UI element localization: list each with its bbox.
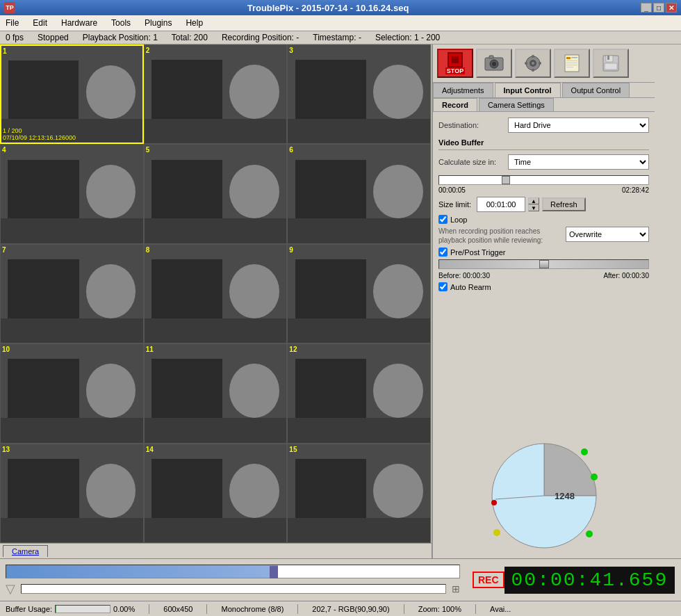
buffer-fill [56,606,56,613]
timeline-right: REC 00:00:41.659 [466,559,681,601]
overwrite-select[interactable]: Overwrite Stop Pause [566,227,649,242]
camera-button[interactable] [476,49,512,78]
menu-file[interactable]: File [3,17,22,29]
cell-1-timestamp: 1 / 20007/10/09 12:13:16.126000 [3,127,76,141]
tab-adjustments[interactable]: Adjustments [433,83,493,97]
trigger-thumb[interactable] [539,260,549,268]
toolbar: STOP [433,44,655,83]
video-cell-7[interactable]: 7 [0,244,144,343]
pre-post-label: Pre/Post Trigger [450,248,505,257]
video-cell-15[interactable]: 15 [287,444,431,543]
svg-point-26 [493,529,500,536]
total-display: Total: 200 [172,33,208,42]
menu-tools[interactable]: Tools [108,17,133,29]
save-icon [601,54,621,73]
selection-display: Selection: 1 - 200 [375,33,440,42]
svg-rect-16 [566,65,577,65]
minimize-button[interactable]: _ [641,3,652,13]
coordinates-display: 202,7 - RGB(90,90,90) [312,605,389,613]
tab-output-control[interactable]: Output Control [562,83,630,97]
timeline-container: ▽ ⊞ [6,565,460,597]
svg-point-10 [539,62,541,65]
maximize-button[interactable]: □ [653,3,664,13]
video-cell-2[interactable]: 2 [144,44,288,144]
pre-post-checkbox[interactable] [438,248,448,257]
menu-plugins[interactable]: Plugins [142,17,174,29]
fps-display: 0 fps [6,33,24,42]
destination-select[interactable]: Hard Drive Network RAM [508,117,649,133]
buffer-bar [55,605,110,613]
bottom-section: ▽ ⊞ REC 00:00:41.659 [0,558,681,601]
stop-button[interactable]: STOP [437,49,473,78]
size-limit-input[interactable] [477,197,525,212]
svg-point-9 [525,62,527,65]
zoom-display: Zoom: 100% [418,605,461,613]
video-cell-10[interactable]: 10 [0,343,144,443]
video-cell-11[interactable]: 11 [144,343,288,443]
size-limit-spinners: ▲ ▼ [528,197,539,211]
video-cell-4[interactable]: 4 [0,144,144,243]
video-cell-5[interactable]: 5 [144,144,288,243]
svg-rect-21 [605,63,617,70]
rec-time-display: 00:00:41.659 [504,567,675,594]
camera-tab[interactable]: Camera [3,545,48,557]
statusbar-bottom: Buffer Usage: 0.00% 600x450 Monochrome (… [0,601,681,616]
svg-rect-17 [566,67,573,67]
video-cell-1[interactable]: 1 1 / 20007/10/09 12:13:16.126000 [0,44,144,144]
sub-tab-camera-settings[interactable]: Camera Settings [479,98,554,111]
refresh-button[interactable]: Refresh [542,197,586,211]
calc-size-label: Calculate size in: [438,158,508,166]
loop-row: Loop [438,215,649,224]
buffer-slider-track[interactable] [438,175,649,185]
sep-4 [404,604,404,614]
menu-hardware[interactable]: Hardware [58,17,100,29]
video-cell-6[interactable]: 6 [287,144,431,243]
menubar: File Edit Hardware Tools Plugins Help [0,15,681,31]
auto-rearm-checkbox[interactable] [438,282,448,291]
svg-point-8 [532,69,534,72]
close-button[interactable]: ✕ [666,3,677,13]
svg-point-25 [586,530,593,537]
sep-2 [206,604,207,614]
buffer-slider-container: 00:00:05 02:28:42 [438,174,649,194]
slider-labels: 00:00:05 02:28:42 [438,186,649,194]
expand-icon[interactable]: ⊞ [452,583,460,594]
sub-tab-record[interactable]: Record [433,98,477,111]
spin-down[interactable]: ▼ [528,204,539,211]
svg-rect-13 [571,57,577,58]
video-cell-8[interactable]: 8 [144,244,288,343]
video-cell-9[interactable]: 9 [287,244,431,343]
trigger-slider[interactable] [438,259,649,269]
spin-up[interactable]: ▲ [528,197,539,204]
notes-button[interactable] [554,49,590,78]
svg-point-6 [532,62,534,65]
timeline-left: ▽ ⊞ [0,559,466,601]
timeline-track[interactable] [6,565,460,578]
rec-label: REC [473,572,504,588]
svg-point-23 [581,448,588,455]
state-display: Stopped [38,33,69,42]
film-button[interactable] [515,49,551,78]
save-button[interactable] [593,49,629,78]
menu-edit[interactable]: Edit [30,17,50,29]
panel-content: Destination: Hard Drive Network RAM Vide… [433,112,655,433]
video-cell-3[interactable]: 3 [287,44,431,144]
title-text: TroublePix - 2015-07-14 - 10.16.24.seq [15,3,641,13]
svg-point-27 [491,500,497,505]
menu-help[interactable]: Help [183,17,206,29]
pre-post-row: Pre/Post Trigger [438,248,649,257]
video-cell-13[interactable]: 13 [0,444,144,543]
calc-size-select[interactable]: Time Frames Bytes [508,154,649,170]
recording-position: Recording Position: - [222,33,299,42]
available-display: Avai... [490,605,511,613]
loop-checkbox[interactable] [438,215,448,224]
svg-point-7 [532,55,534,58]
camera-tab-bar: Camera [0,543,432,558]
tab-input-control[interactable]: Input Control [495,83,561,97]
timeline-sub-track[interactable] [21,584,446,594]
buffer-slider-thumb[interactable] [502,176,510,184]
calc-size-row: Calculate size in: Time Frames Bytes [438,154,649,170]
video-cell-14[interactable]: 14 [144,444,288,543]
sep-1 [149,604,149,614]
video-cell-12[interactable]: 12 [287,343,431,443]
